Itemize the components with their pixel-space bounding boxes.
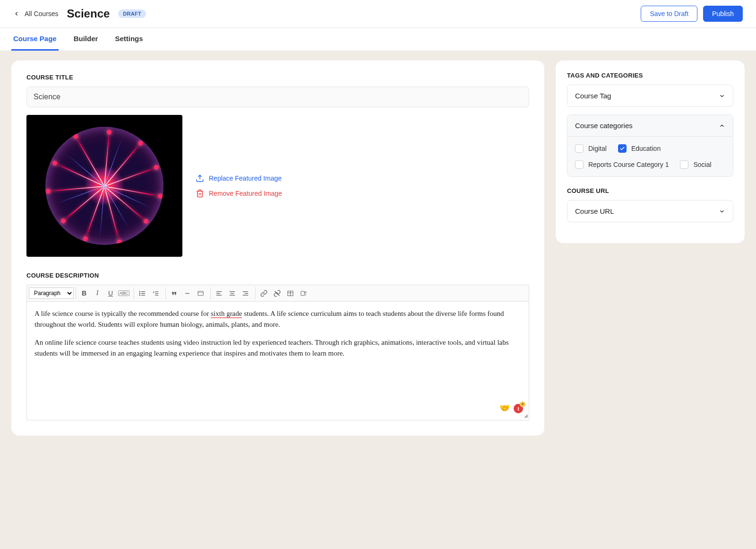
course-categories-toggle[interactable]: Course categories <box>567 115 733 137</box>
align-right-button[interactable] <box>239 287 251 299</box>
bullet-list-button[interactable] <box>136 287 148 299</box>
underline-button[interactable]: U <box>104 287 117 299</box>
chevron-up-icon <box>719 122 725 129</box>
category-reports[interactable]: Reports Course Category 1 <box>575 160 669 169</box>
topbar-right: Save to Draft Publish <box>641 6 743 22</box>
spellcheck-button[interactable]: ABC <box>118 287 130 299</box>
plasma-ball-image <box>45 127 163 245</box>
course-url-accordion: Course URL <box>567 200 733 222</box>
category-label: Education <box>631 145 661 152</box>
link-button[interactable] <box>258 287 270 299</box>
side-panel: TAGS AND CATEGORIES Course Tag Course ca… <box>556 61 745 243</box>
tab-builder[interactable]: Builder <box>72 28 100 51</box>
category-education[interactable]: Education <box>618 144 661 153</box>
desc-paragraph-2: An online life science course teaches st… <box>34 337 521 359</box>
svg-point-6 <box>139 291 140 292</box>
course-categories-accordion: Course categories Digital Education Repo… <box>567 114 733 177</box>
category-label: Reports Course Category 1 <box>588 161 669 168</box>
back-label: All Courses <box>25 10 59 17</box>
page-title: Science <box>67 7 110 20</box>
checkbox-unchecked <box>680 160 688 169</box>
block-format-select[interactable]: Paragraph <box>29 288 74 299</box>
svg-point-8 <box>139 295 140 295</box>
horizontal-rule-button[interactable] <box>181 287 193 299</box>
course-title-label: COURSE TITLE <box>26 74 529 81</box>
course-title-input[interactable] <box>26 87 529 107</box>
svg-rect-28 <box>301 291 304 296</box>
featured-image-actions: Replace Featured Image Remove Featured I… <box>196 174 282 198</box>
course-tag-label: Course Tag <box>575 92 611 100</box>
align-center-button[interactable] <box>226 287 238 299</box>
resize-handle[interactable]: ◢ <box>524 412 528 419</box>
rich-text-editor: Paragraph B I U ABC <box>26 285 529 420</box>
unlink-button[interactable] <box>271 287 283 299</box>
editor-footer-icons: 🤝 1 <box>499 402 523 415</box>
back-all-courses[interactable]: All Courses <box>13 10 59 17</box>
svg-rect-13 <box>198 291 203 296</box>
clap-icon[interactable]: 🤝 <box>499 402 510 415</box>
topbar: All Courses Science DRAFT Save to Draft … <box>0 0 756 28</box>
course-tag-toggle[interactable]: Course Tag <box>567 85 733 106</box>
checkbox-unchecked <box>575 144 584 153</box>
svg-point-7 <box>139 293 140 293</box>
code-block-button[interactable] <box>194 287 206 299</box>
course-tag-accordion: Course Tag <box>567 85 733 107</box>
checkbox-unchecked <box>575 160 584 169</box>
category-digital[interactable]: Digital <box>575 144 607 153</box>
publish-button[interactable]: Publish <box>703 6 743 22</box>
draft-badge: DRAFT <box>118 9 146 18</box>
content: COURSE TITLE <box>0 51 756 445</box>
upload-icon <box>196 174 204 183</box>
save-draft-button[interactable]: Save to Draft <box>641 6 697 22</box>
tab-course-page[interactable]: Course Page <box>11 28 59 51</box>
notification-badge[interactable]: 1 <box>514 404 523 413</box>
spellcheck-underline: sixth grade <box>211 310 242 318</box>
number-list-button[interactable] <box>149 287 162 299</box>
replace-featured-image[interactable]: Replace Featured Image <box>196 174 282 183</box>
course-url-label: COURSE URL <box>567 187 733 194</box>
editor-body[interactable]: A life science course is typically the r… <box>27 302 529 420</box>
svg-point-29 <box>305 291 306 293</box>
media-button[interactable] <box>297 287 309 299</box>
tab-settings[interactable]: Settings <box>113 28 145 51</box>
main-panel: COURSE TITLE <box>11 61 544 436</box>
chevron-down-icon <box>719 93 725 99</box>
featured-image-row: Replace Featured Image Remove Featured I… <box>26 115 529 257</box>
editor-toolbar: Paragraph B I U ABC <box>27 285 529 302</box>
align-left-button[interactable] <box>213 287 225 299</box>
table-button[interactable] <box>284 287 296 299</box>
category-social[interactable]: Social <box>680 160 711 169</box>
course-url-toggle[interactable]: Course URL <box>567 200 733 222</box>
topbar-left: All Courses Science DRAFT <box>13 7 146 20</box>
tags-categories-label: TAGS AND CATEGORIES <box>567 72 733 79</box>
remove-featured-image[interactable]: Remove Featured Image <box>196 189 282 198</box>
course-url-text: Course URL <box>575 207 614 215</box>
italic-button[interactable]: I <box>91 287 103 299</box>
category-label: Social <box>693 161 711 168</box>
course-desc-label: COURSE DESCRIPTION <box>26 272 529 279</box>
chevron-left-icon <box>13 10 20 17</box>
course-categories-body: Digital Education Reports Course Categor… <box>567 137 733 176</box>
svg-line-24 <box>275 291 279 296</box>
bold-button[interactable]: B <box>78 287 90 299</box>
category-label: Digital <box>588 145 607 152</box>
course-categories-label: Course categories <box>575 122 633 130</box>
desc-paragraph-1: A life science course is typically the r… <box>34 308 521 331</box>
tabs: Course Page Builder Settings <box>0 28 756 51</box>
checkbox-checked <box>618 144 627 153</box>
featured-image <box>26 115 182 257</box>
blockquote-button[interactable] <box>168 287 180 299</box>
chevron-down-icon <box>719 208 725 215</box>
trash-icon <box>196 189 204 198</box>
remove-image-label: Remove Featured Image <box>209 190 282 197</box>
replace-image-label: Replace Featured Image <box>209 174 282 182</box>
